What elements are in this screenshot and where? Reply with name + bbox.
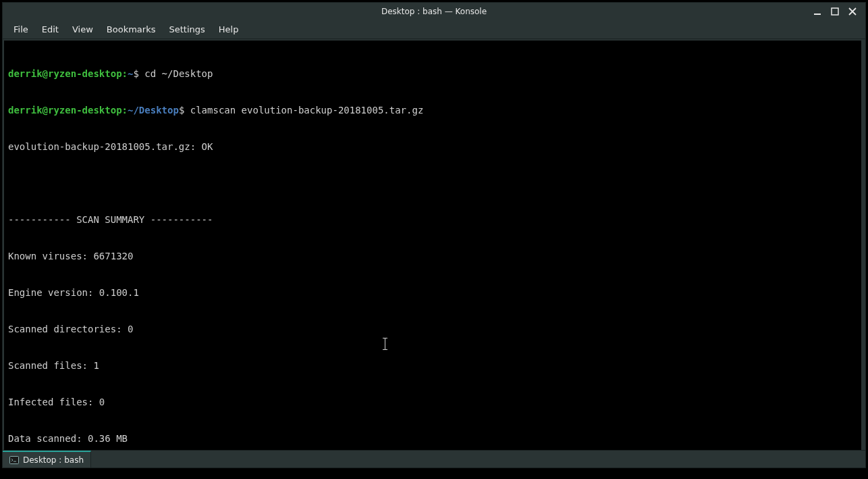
ibeam-cursor-icon <box>382 338 388 350</box>
menu-bookmarks[interactable]: Bookmarks <box>101 22 161 36</box>
terminal-area[interactable]: derrik@ryzen-desktop:~$ cd ~/Desktop der… <box>4 41 861 450</box>
close-button[interactable] <box>846 5 859 18</box>
konsole-window: Desktop : bash — Konsole File Edit View … <box>2 2 866 468</box>
terminal-icon <box>9 455 19 465</box>
maximize-icon <box>831 7 839 16</box>
menu-file[interactable]: File <box>8 22 34 36</box>
prompt-path: ~/Desktop <box>128 105 179 116</box>
command-text: clamscan evolution-backup-20181005.tar.g… <box>190 105 424 116</box>
terminal-output: Data scanned: 0.36 MB <box>8 432 857 445</box>
terminal-line: derrik@ryzen-desktop:~/Desktop$ clamscan… <box>8 104 857 116</box>
svg-rect-0 <box>814 14 821 15</box>
minimize-icon <box>813 7 821 16</box>
prompt-userhost: derrik@ryzen-desktop <box>8 68 122 79</box>
terminal-output: Scanned directories: 0 <box>8 323 857 335</box>
prompt-dollar: $ <box>133 68 138 79</box>
prompt-userhost: derrik@ryzen-desktop <box>8 105 122 116</box>
minimize-button[interactable] <box>811 5 823 18</box>
svg-rect-2 <box>10 456 19 463</box>
tabbar: Desktop : bash <box>3 450 865 468</box>
terminal-output: evolution-backup-20181005.tar.gz: OK <box>8 141 857 153</box>
maximize-button[interactable] <box>829 5 841 18</box>
titlebar: Desktop : bash — Konsole <box>3 3 865 20</box>
window-title: Desktop : bash — Konsole <box>381 7 487 16</box>
terminal-output: Engine version: 0.100.1 <box>8 286 857 299</box>
close-icon <box>848 7 857 16</box>
menu-settings[interactable]: Settings <box>163 22 210 36</box>
prompt-colon: : <box>122 68 128 79</box>
svg-rect-3 <box>13 461 16 461</box>
terminal-output: Infected files: 0 <box>8 396 857 408</box>
menu-view[interactable]: View <box>67 22 99 36</box>
tab-desktop-bash[interactable]: Desktop : bash <box>3 451 91 468</box>
prompt-colon: : <box>122 105 128 116</box>
menu-help[interactable]: Help <box>213 22 244 36</box>
menu-edit[interactable]: Edit <box>36 22 64 36</box>
terminal-output: Scanned files: 1 <box>8 359 857 372</box>
prompt-dollar: $ <box>179 105 184 116</box>
window-controls <box>811 3 863 20</box>
terminal-output: ----------- SCAN SUMMARY ----------- <box>8 213 857 226</box>
menubar: File Edit View Bookmarks Settings Help <box>3 20 865 39</box>
terminal-output <box>8 177 857 189</box>
tab-label: Desktop : bash <box>23 455 84 465</box>
svg-rect-1 <box>832 8 838 15</box>
command-text: cd ~/Desktop <box>144 68 213 79</box>
terminal-output: Known viruses: 6671320 <box>8 250 857 262</box>
terminal-line: derrik@ryzen-desktop:~$ cd ~/Desktop <box>8 68 857 80</box>
